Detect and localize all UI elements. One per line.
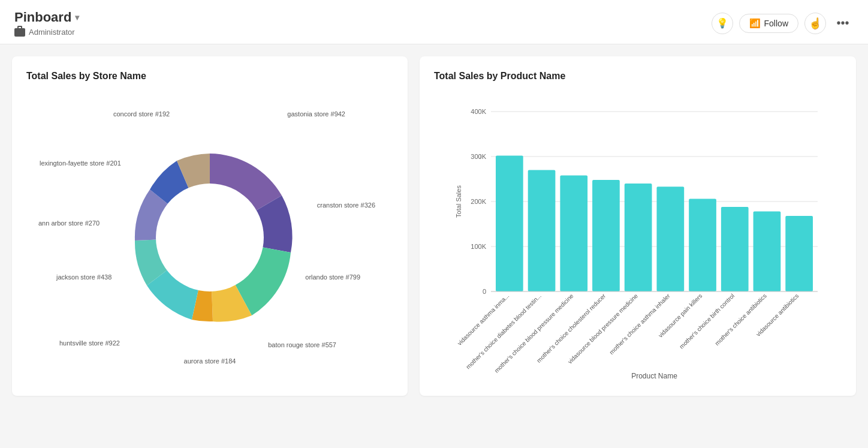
label-annarbor: ann arbor store #270 [38,220,100,227]
donut-chart-card: Total Sales by Store Name [12,56,408,396]
donut-hole [156,184,264,291]
label-aurora: aurora store #184 [184,357,236,365]
x-axis-title: Product Name [631,372,677,380]
bar-label: vidasource asthma inma... [456,293,510,347]
header-actions: 💡 📶 Follow ☝ ••• [712,13,854,34]
svg-text:400K: 400K [471,108,486,115]
page-header: Pinboard ▾ Administrator 💡 📶 Follow ☝ ••… [0,0,868,44]
wifi-icon: 📶 [749,18,761,29]
follow-label: Follow [764,19,788,28]
bar-label: mother's choice asthma inhaler [608,292,671,356]
bar-rect [528,170,556,292]
svg-text:200K: 200K [471,198,486,205]
bar-rect [592,180,620,291]
svg-text:Total Sales: Total Sales [455,185,462,218]
more-button[interactable]: ••• [832,13,854,34]
bar-rect [754,212,781,292]
bar-chart-card: Total Sales by Product Name 0100K200K300… [420,56,856,396]
main-content: Total Sales by Store Name [0,44,868,408]
svg-text:↓: ↓ [478,152,482,161]
follow-button[interactable]: 📶 Follow [739,14,798,33]
title-caret[interactable]: ▾ [75,13,79,22]
svg-text:100K: 100K [471,243,486,250]
bar-chart-container: 0100K200K300K400K↓Total Salesvidasource … [434,94,842,381]
donut-svg [108,136,312,339]
bar-label: mother's choice antibiotics [713,293,767,347]
bar-rect [496,156,523,292]
bar-chart-svg: 0100K200K300K400K↓Total Salesvidasource … [434,94,842,381]
admin-label: Administrator [29,28,75,37]
bar-rect [560,176,587,292]
bar-label: mother's choice cholesterol reducer [535,292,607,364]
label-concord: concord store #192 [113,110,170,118]
more-icon: ••• [836,16,849,30]
label-jackson: jackson store #438 [56,273,111,281]
bar-label: mother's choice birth control [678,293,736,350]
lightbulb-button[interactable]: 💡 [712,13,733,34]
label-batonrouge: baton rouge store #557 [268,341,336,348]
svg-text:0: 0 [483,288,486,295]
share-button[interactable]: ☝ [804,13,826,34]
briefcase-icon [14,28,25,37]
bar-rect [625,184,652,291]
header-left: Pinboard ▾ Administrator [14,10,79,37]
header-subtitle: Administrator [14,28,79,37]
label-huntsville: huntsville store #922 [59,339,120,347]
label-gastonia: gastonia store #942 [287,110,345,118]
bar-rect [657,187,685,291]
label-orlando: orlando store #799 [305,273,360,281]
donut-chart-container: gastonia store #942 cranston store #326 … [26,94,393,381]
bar-rect [689,199,716,292]
lightbulb-icon: 💡 [716,17,728,29]
page-title-group: Pinboard ▾ [14,10,79,25]
label-cranston: cranston store #326 [317,202,375,209]
bar-label: vidasource blood pressure medicine [566,292,639,365]
page-title: Pinboard [14,10,71,25]
share-icon: ☝ [809,17,822,30]
bar-chart-title: Total Sales by Product Name [434,71,842,82]
bar-rect [721,207,749,291]
bar-rect [785,216,813,291]
donut-chart-title: Total Sales by Store Name [26,71,393,82]
